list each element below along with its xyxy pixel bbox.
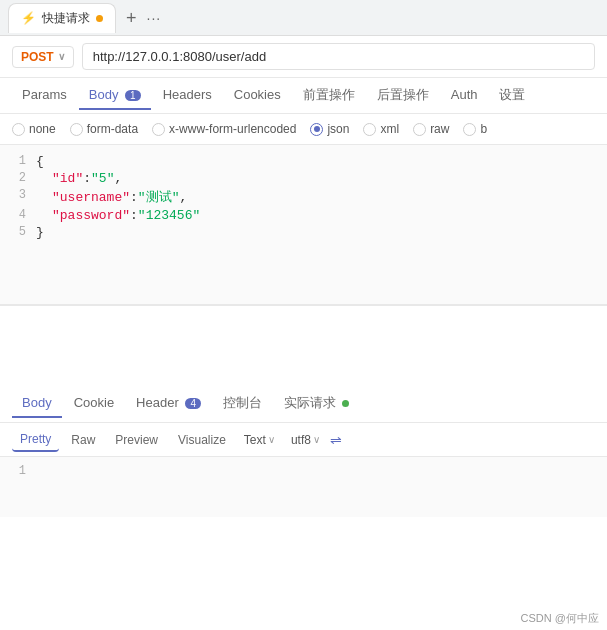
more-tabs-button[interactable]: ··· — [147, 10, 162, 26]
footer-text: CSDN @何中应 — [521, 612, 599, 624]
resp-tab-body[interactable]: Body — [12, 389, 62, 418]
new-tab-button[interactable]: + — [122, 9, 141, 27]
radio-urlencoded — [152, 123, 165, 136]
tab-pre-action-label: 前置操作 — [303, 87, 355, 102]
body-type-urlencoded[interactable]: x-www-form-urlencoded — [152, 122, 296, 136]
fmt-raw-label: Raw — [71, 433, 95, 447]
resp-tab-cookie-label: Cookie — [74, 395, 114, 410]
tab-body-label: Body — [89, 87, 119, 102]
editor-line-1: 1 { — [0, 153, 607, 170]
text-type-dropdown[interactable]: Text ∨ — [238, 430, 281, 450]
url-input[interactable] — [82, 43, 595, 70]
tab-cookies[interactable]: Cookies — [224, 81, 291, 110]
radio-b — [463, 123, 476, 136]
line-num-4: 4 — [0, 208, 36, 222]
footer: CSDN @何中应 — [521, 611, 599, 626]
radio-none — [12, 123, 25, 136]
fmt-pretty-label: Pretty — [20, 432, 51, 446]
resp-tab-console[interactable]: 控制台 — [213, 388, 272, 420]
editor-line-3: 3 "username":"测试", — [0, 187, 607, 207]
tab-dot — [96, 15, 103, 22]
body-type-raw-label: raw — [430, 122, 449, 136]
body-type-xml-label: xml — [380, 122, 399, 136]
active-tab[interactable]: ⚡ 快捷请求 — [8, 3, 116, 33]
url-bar: POST ∨ — [0, 36, 607, 78]
tab-label: 快捷请求 — [42, 10, 90, 27]
tab-headers[interactable]: Headers — [153, 81, 222, 110]
line-num-1: 1 — [0, 154, 36, 168]
tab-settings-label: 设置 — [499, 87, 525, 102]
tab-body[interactable]: Body 1 — [79, 81, 151, 110]
line-content-1: { — [36, 154, 44, 169]
body-type-form-data[interactable]: form-data — [70, 122, 138, 136]
method-selector[interactable]: POST ∨ — [12, 46, 74, 68]
radio-xml — [363, 123, 376, 136]
line-num-2: 2 — [0, 171, 36, 185]
radio-json — [310, 123, 323, 136]
body-type-b-label: b — [480, 122, 487, 136]
request-tabs: Params Body 1 Headers Cookies 前置操作 后置操作 … — [0, 78, 607, 114]
method-caret-icon: ∨ — [58, 51, 65, 62]
actual-dot — [342, 400, 349, 407]
resp-tab-cookie[interactable]: Cookie — [64, 389, 124, 418]
body-type-json[interactable]: json — [310, 122, 349, 136]
tab-pre-action[interactable]: 前置操作 — [293, 80, 365, 112]
radio-form-data — [70, 123, 83, 136]
body-type-b[interactable]: b — [463, 122, 487, 136]
resp-tab-body-label: Body — [22, 395, 52, 410]
tab-auth[interactable]: Auth — [441, 81, 488, 110]
editor-line-5: 5 } — [0, 224, 607, 241]
encoding-dropdown[interactable]: utf8 ∨ — [285, 430, 326, 450]
response-section: Body Cookie Header 4 控制台 实际请求 Pretty Raw… — [0, 385, 607, 517]
spacer — [0, 305, 607, 385]
body-type-none[interactable]: none — [12, 122, 56, 136]
tab-bar: ⚡ 快捷请求 + ··· — [0, 0, 607, 36]
resp-tab-header-label: Header — [136, 395, 179, 410]
tab-params-label: Params — [22, 87, 67, 102]
line-num-5: 5 — [0, 225, 36, 239]
response-body: 1 — [0, 457, 607, 517]
body-type-xml[interactable]: xml — [363, 122, 399, 136]
fmt-visualize-label: Visualize — [178, 433, 226, 447]
tab-post-action[interactable]: 后置操作 — [367, 80, 439, 112]
lightning-icon: ⚡ — [21, 11, 36, 25]
fmt-preview-label: Preview — [115, 433, 158, 447]
fmt-pretty[interactable]: Pretty — [12, 428, 59, 452]
line-content-5: } — [36, 225, 44, 240]
format-bar: Pretty Raw Preview Visualize Text ∨ utf8… — [0, 423, 607, 457]
editor-line-2: 2 "id":"5", — [0, 170, 607, 187]
resp-tab-actual-label: 实际请求 — [284, 395, 336, 410]
resp-tab-actual[interactable]: 实际请求 — [274, 388, 359, 420]
resp-tab-console-label: 控制台 — [223, 395, 262, 410]
editor-line-4: 4 "password":"123456" — [0, 207, 607, 224]
tab-headers-label: Headers — [163, 87, 212, 102]
line-content-3: "username":"测试", — [36, 188, 187, 206]
wrap-icon[interactable]: ⇌ — [330, 432, 342, 448]
body-badge: 1 — [125, 90, 141, 101]
line-content-2: "id":"5", — [36, 171, 122, 186]
tab-cookies-label: Cookies — [234, 87, 281, 102]
line-num-3: 3 — [0, 188, 36, 202]
method-label: POST — [21, 50, 54, 64]
body-type-bar: none form-data x-www-form-urlencoded jso… — [0, 114, 607, 145]
fmt-raw[interactable]: Raw — [63, 429, 103, 451]
body-type-urlencoded-label: x-www-form-urlencoded — [169, 122, 296, 136]
tab-settings[interactable]: 设置 — [489, 80, 535, 112]
radio-raw — [413, 123, 426, 136]
resp-tab-header[interactable]: Header 4 — [126, 389, 211, 418]
body-type-json-label: json — [327, 122, 349, 136]
encoding-label: utf8 — [291, 433, 311, 447]
fmt-preview[interactable]: Preview — [107, 429, 166, 451]
body-type-raw[interactable]: raw — [413, 122, 449, 136]
response-tabs: Body Cookie Header 4 控制台 实际请求 — [0, 385, 607, 423]
encoding-caret-icon: ∨ — [313, 434, 320, 445]
tab-params[interactable]: Params — [12, 81, 77, 110]
body-type-form-data-label: form-data — [87, 122, 138, 136]
body-type-none-label: none — [29, 122, 56, 136]
fmt-visualize[interactable]: Visualize — [170, 429, 234, 451]
request-body-editor[interactable]: 1 { 2 "id":"5", 3 "username":"测试", 4 "pa… — [0, 145, 607, 305]
text-type-caret-icon: ∨ — [268, 434, 275, 445]
tab-auth-label: Auth — [451, 87, 478, 102]
header-badge: 4 — [185, 398, 201, 409]
line-content-4: "password":"123456" — [36, 208, 200, 223]
